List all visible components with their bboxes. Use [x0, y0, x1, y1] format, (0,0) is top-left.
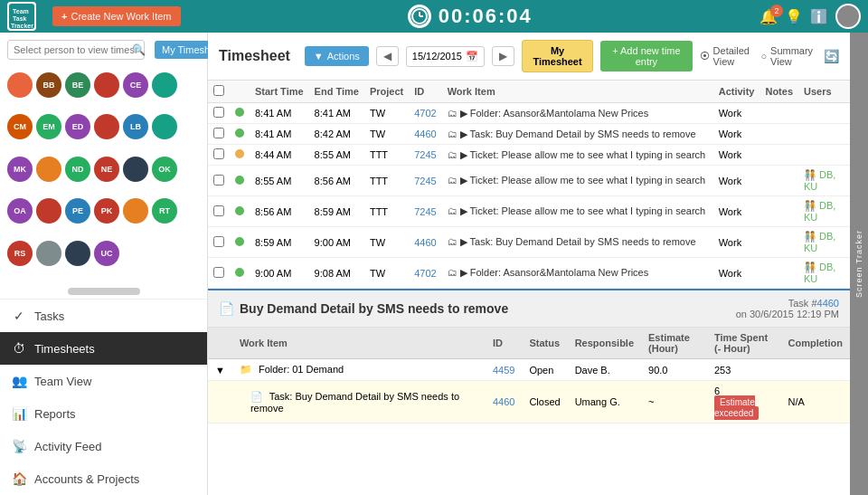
avatar-item[interactable]: CE — [123, 72, 148, 98]
row-checkbox[interactable] — [208, 166, 230, 196]
avatar-item[interactable]: RS — [7, 241, 33, 266]
actions-button[interactable]: ▼ Actions — [305, 46, 369, 66]
row-project: TW — [364, 227, 409, 258]
prev-date-button[interactable]: ◀ — [376, 46, 399, 66]
sidebar-item-reports[interactable]: 📊 Reports — [0, 397, 207, 430]
row-id[interactable]: 7245 — [409, 145, 441, 166]
row-checkbox[interactable] — [208, 258, 230, 289]
avatar-item[interactable]: CM — [7, 114, 33, 139]
sidebar-item-activity-feed[interactable]: 📡 Activity Feed — [0, 430, 207, 462]
row-users — [798, 103, 850, 124]
row-work-item: 🗂▶ Folder: Asansor&Mantolama New Prices — [442, 103, 713, 124]
notification-icon[interactable]: 🔔 2 — [760, 8, 778, 25]
avatar-item[interactable] — [65, 241, 90, 266]
refresh-button[interactable]: 🔄 — [824, 49, 839, 63]
table-row: 8:55 AM 8:56 AM TTT 7245 🗂▶ Ticket: Plea… — [208, 166, 850, 196]
detail-folder-row: ▼ 📁 Folder: 01 Demand 4459 Open Dave B. … — [208, 359, 850, 381]
row-notes — [760, 145, 798, 166]
info-icon[interactable]: ℹ️ — [810, 8, 828, 25]
top-right-icons: 🔔 2 💡 ℹ️ — [760, 4, 861, 29]
row-activity: Work — [713, 103, 760, 124]
top-bar: Team Task Tracker Create New Work Item 0… — [0, 0, 868, 33]
search-icon: 🔍 — [132, 43, 146, 56]
table-row: 8:44 AM 8:55 AM TTT 7245 🗂▶ Ticket: Plea… — [208, 145, 850, 166]
row-checkbox[interactable] — [208, 196, 230, 227]
avatar-item[interactable] — [36, 198, 61, 224]
avatar-item[interactable] — [123, 198, 148, 224]
row-id[interactable]: 4460 — [409, 227, 441, 258]
detail-col-status: Status — [522, 328, 567, 359]
avatar-item[interactable] — [7, 72, 33, 98]
row-notes — [760, 103, 798, 124]
detail-expand-icon[interactable]: ▼ — [208, 359, 232, 381]
row-project: TW — [364, 258, 409, 289]
row-activity: Work — [713, 145, 760, 166]
avatar-item[interactable] — [94, 114, 119, 139]
avatar-item[interactable]: MK — [7, 157, 33, 182]
avatar-item[interactable] — [36, 157, 61, 182]
row-checkbox[interactable] — [208, 103, 230, 124]
avatar-item[interactable] — [94, 72, 119, 98]
row-end-time: 8:41 AM — [309, 103, 364, 124]
detail-folder-status: Open — [522, 359, 567, 381]
calendar-icon[interactable]: 📅 — [466, 51, 478, 62]
row-id[interactable]: 7245 — [409, 196, 441, 227]
row-id[interactable]: 4702 — [409, 258, 441, 289]
filter-icon: ▼ — [314, 51, 324, 62]
col-notes: Notes — [760, 81, 798, 103]
avatar-item[interactable]: OA — [7, 198, 33, 224]
detail-folder-id[interactable]: 4459 — [486, 359, 522, 381]
avatar-item[interactable]: BE — [65, 72, 90, 98]
detailed-view-option[interactable]: ⦿ Detailed View — [700, 45, 756, 67]
col-work-item: Work Item — [442, 81, 713, 103]
date-field: 15/12/2015 📅 — [406, 46, 485, 67]
create-work-item-button[interactable]: Create New Work Item — [52, 6, 181, 26]
sidebar-item-tasks[interactable]: ✓ Tasks — [0, 300, 207, 332]
summary-view-option[interactable]: ○ Summary View — [760, 45, 818, 67]
sidebar-item-team-view[interactable]: 👥 Team View — [0, 365, 207, 397]
row-work-item: 🗂▶ Ticket: Please allow me to see what I… — [442, 145, 713, 166]
table-row: 8:41 AM 8:41 AM TW 4702 🗂▶ Folder: Asans… — [208, 103, 850, 124]
user-avatar-top[interactable] — [835, 4, 861, 29]
avatar-item[interactable] — [152, 114, 177, 139]
sidebar-item-timesheets[interactable]: ⏱ Timesheets — [0, 332, 207, 365]
avatar-item[interactable]: OK — [152, 157, 177, 182]
avatar-item[interactable]: UC — [94, 241, 119, 266]
detail-folder-estimate: 90.0 — [641, 359, 707, 381]
avatar-item[interactable]: ED — [65, 114, 90, 139]
next-date-button[interactable]: ▶ — [492, 46, 514, 66]
row-end-time: 8:55 AM — [309, 145, 364, 166]
avatar-item[interactable]: PE — [65, 198, 90, 224]
avatar-item[interactable] — [152, 72, 177, 98]
detail-task-estimate: ~ — [641, 381, 707, 424]
avatar-item[interactable]: NE — [94, 157, 119, 182]
row-id[interactable]: 7245 — [409, 166, 441, 196]
notification-badge: 2 — [770, 5, 783, 17]
avatar-item[interactable] — [36, 241, 61, 266]
row-work-item: 🗂▶ Ticket: Please allow me to see what I… — [442, 196, 713, 227]
select-all-checkbox[interactable] — [213, 85, 224, 96]
sidebar-item-accounts[interactable]: 🏠 Accounts & Projects — [0, 462, 207, 495]
avatar-item[interactable] — [123, 157, 148, 182]
sidebar-scrollbar[interactable] — [0, 284, 207, 299]
svg-text:Task: Task — [13, 15, 27, 22]
avatar-item[interactable]: BB — [36, 72, 61, 98]
search-person-input[interactable] — [7, 40, 145, 60]
row-id[interactable]: 4460 — [409, 124, 441, 145]
add-time-entry-button[interactable]: + Add new time entry — [600, 41, 692, 71]
sidebar-item-label: Activity Feed — [34, 440, 101, 453]
row-checkbox[interactable] — [208, 145, 230, 166]
svg-text:Tracker: Tracker — [11, 23, 33, 29]
my-timesheet-button[interactable]: My Timesheet — [522, 40, 593, 72]
avatar-item[interactable]: PK — [94, 198, 119, 224]
avatar-item[interactable]: ND — [65, 157, 90, 182]
row-id[interactable]: 4702 — [409, 103, 441, 124]
row-checkbox[interactable] — [208, 227, 230, 258]
screen-tracker-panel[interactable]: Screen Tracker — [850, 33, 868, 495]
row-checkbox[interactable] — [208, 124, 230, 145]
detail-task-id[interactable]: 4460 — [486, 381, 522, 424]
avatar-item[interactable]: LB — [123, 114, 148, 139]
avatar-item[interactable]: EM — [36, 114, 61, 139]
avatar-item[interactable]: RT — [152, 198, 177, 224]
lightbulb-icon[interactable]: 💡 — [785, 8, 803, 25]
